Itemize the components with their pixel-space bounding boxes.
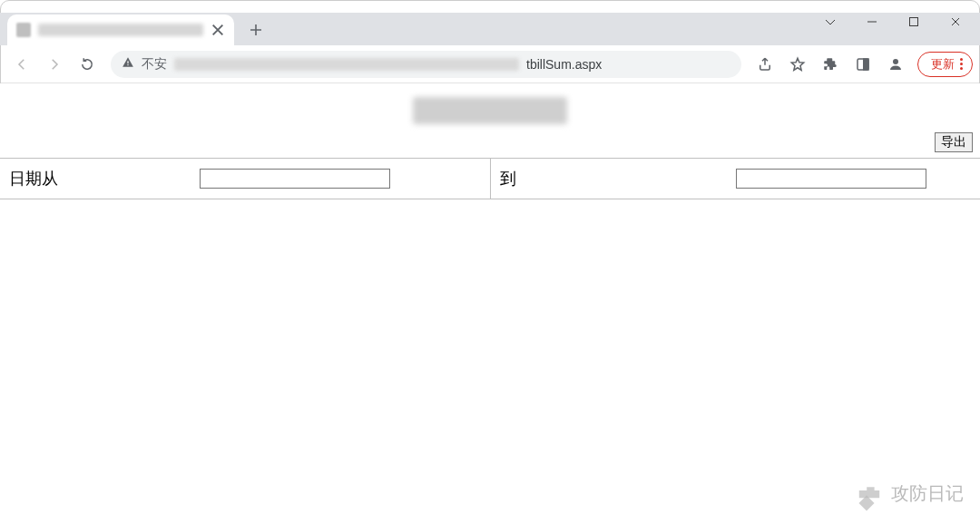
omnibox[interactable]: 不安 tbillSum.aspx bbox=[111, 51, 741, 78]
profile-avatar-icon[interactable] bbox=[881, 50, 910, 79]
window-close-button[interactable] bbox=[935, 8, 976, 35]
export-button[interactable]: 导出 bbox=[935, 132, 973, 152]
window-maximize-button[interactable] bbox=[893, 8, 935, 35]
share-icon[interactable] bbox=[750, 50, 779, 79]
date-to-cell: 到 bbox=[491, 159, 981, 199]
browser-update-label: 更新 bbox=[931, 56, 955, 73]
tab-title-redacted bbox=[38, 24, 203, 36]
wechat-icon bbox=[857, 483, 882, 505]
tab-favicon bbox=[16, 23, 31, 37]
omnibox-url-redacted bbox=[174, 58, 519, 71]
page-title-redacted bbox=[413, 97, 567, 124]
date-filter-row: 日期从 到 bbox=[0, 158, 980, 199]
date-from-cell: 日期从 bbox=[0, 159, 491, 199]
browser-tab-active[interactable] bbox=[7, 15, 234, 45]
not-secure-icon bbox=[122, 56, 134, 72]
date-to-input[interactable] bbox=[736, 169, 926, 189]
window-controls bbox=[809, 4, 976, 40]
nav-forward-button[interactable] bbox=[40, 50, 69, 79]
side-panel-icon[interactable] bbox=[848, 50, 877, 79]
kebab-menu-icon bbox=[960, 58, 963, 70]
window-tabsearch-button[interactable] bbox=[809, 8, 851, 35]
page-viewport: 导出 日期从 到 攻防日记 bbox=[0, 83, 980, 524]
window-minimize-button[interactable] bbox=[851, 8, 893, 35]
watermark: 攻防日记 bbox=[857, 481, 964, 506]
export-row: 导出 bbox=[0, 132, 980, 152]
date-from-label: 日期从 bbox=[9, 168, 200, 189]
browser-update-button[interactable]: 更新 bbox=[917, 52, 973, 77]
svg-rect-4 bbox=[864, 59, 868, 70]
date-to-label: 到 bbox=[500, 168, 736, 189]
extensions-icon[interactable] bbox=[816, 50, 845, 79]
browser-tabstrip bbox=[0, 13, 980, 45]
nav-back-button[interactable] bbox=[7, 50, 36, 79]
date-from-input[interactable] bbox=[200, 169, 390, 189]
nav-reload-button[interactable] bbox=[73, 50, 102, 79]
tab-close-icon[interactable] bbox=[211, 23, 225, 37]
svg-point-5 bbox=[893, 59, 898, 64]
svg-rect-1 bbox=[127, 61, 128, 63]
watermark-text: 攻防日记 bbox=[891, 481, 964, 506]
svg-rect-2 bbox=[127, 64, 128, 65]
svg-rect-0 bbox=[910, 18, 918, 26]
omnibox-url-visible: tbillSum.aspx bbox=[526, 57, 602, 72]
page-header bbox=[0, 83, 980, 134]
bookmark-star-icon[interactable] bbox=[783, 50, 812, 79]
browser-toolbar: 不安 tbillSum.aspx 更新 bbox=[0, 45, 980, 83]
omnibox-security-label: 不安 bbox=[142, 56, 167, 73]
new-tab-button[interactable] bbox=[243, 17, 269, 43]
